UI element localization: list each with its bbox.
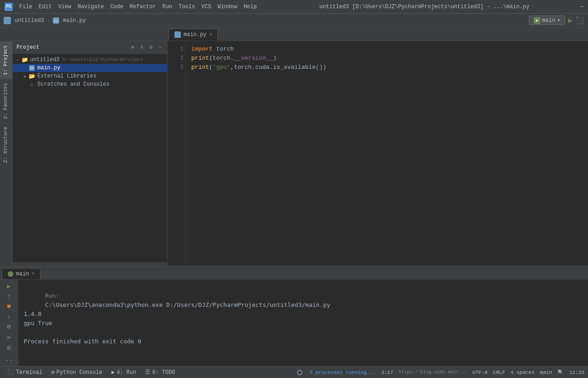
- tab-file-icon: [174, 31, 181, 38]
- scratches-icon: ⚠: [28, 82, 36, 87]
- run-tab[interactable]: main ×: [2, 268, 41, 279]
- breadcrumb-separator: ›: [47, 17, 50, 24]
- run-expand-button[interactable]: ..: [4, 354, 14, 364]
- encoding-status[interactable]: UTF-8: [472, 370, 487, 375]
- code-view: 1 2 3 import torch print(torch.__version…: [168, 41, 588, 266]
- code-content[interactable]: import torch print(torch.__version__) pr…: [186, 41, 588, 266]
- status-bar: ⬛ Terminal ⚙ Python Console ▶ 4: Run ☰ 6…: [0, 366, 588, 378]
- run-output-line-4: Process finished with exit code 0: [24, 338, 141, 345]
- status-right: 5 processes running... 3:17 https://blog…: [297, 369, 584, 375]
- title-bar: PC File Edit View Navigate Code Refactor…: [0, 0, 588, 14]
- line-col-status: 3:17: [381, 370, 393, 375]
- tree-label-main-py: main.py: [37, 65, 60, 71]
- file-nav-icon: py: [53, 17, 59, 24]
- editor-tab-main[interactable]: main.py ×: [169, 29, 218, 41]
- project-panel: Project ⊕ ≡ ⚙ — ▾ 📁 untitled3 D:\Users\D…: [13, 41, 168, 266]
- indent-status[interactable]: 4 spaces: [511, 370, 535, 375]
- run-layout-button[interactable]: ⊞: [4, 323, 14, 331]
- tree-item-root[interactable]: ▾ 📁 untitled3 D:\Users\DJZ\PycharmProjec…: [13, 56, 167, 64]
- menu-tools[interactable]: Tools: [176, 3, 198, 11]
- menu-bar: File Edit View Navigate Code Refactor Ru…: [16, 3, 260, 11]
- menu-code[interactable]: Code: [107, 3, 126, 11]
- debug-button[interactable]: ⬛: [575, 16, 584, 25]
- menu-vcs[interactable]: VCS: [199, 3, 214, 11]
- run-config-dropdown-icon: ▾: [557, 17, 560, 24]
- tree-label-scratches: Scratches and Consoles: [37, 81, 109, 88]
- project-panel-hscrollbar[interactable]: [13, 262, 167, 266]
- run-config-icon: ▶: [534, 17, 540, 24]
- run-settings-button[interactable]: ⚙: [4, 344, 14, 352]
- tree-arrow-empty: [22, 65, 28, 71]
- app-icon: PC: [5, 3, 13, 11]
- run-button[interactable]: ▶: [568, 16, 573, 25]
- terminal-label: Terminal: [16, 369, 42, 376]
- menu-window[interactable]: Window: [215, 3, 240, 11]
- line-sep-status[interactable]: CRLF: [493, 370, 505, 375]
- run-status-label: 4: Run: [117, 369, 136, 376]
- panel-icon-settings[interactable]: ⚙: [147, 44, 154, 51]
- tree-item-external-libs[interactable]: ▶ 📂 External Libraries: [13, 72, 167, 80]
- tree-item-main-py[interactable]: py main.py: [13, 64, 167, 72]
- sidebar-tab-project[interactable]: 1: Project: [0, 41, 12, 79]
- menu-navigate[interactable]: Navigate: [75, 3, 107, 11]
- processes-status[interactable]: 5 processes running...: [310, 370, 376, 375]
- run-output: Run: C:\Users\DJZ\anaconda3\python.exe D…: [18, 280, 588, 366]
- menu-file[interactable]: File: [16, 3, 35, 11]
- run-tab-icon: [8, 271, 13, 277]
- tree-arrow-root: ▾: [15, 57, 21, 63]
- main-content: 1: Project 2: Favorites Z: Structure Pro…: [0, 41, 588, 266]
- menu-edit[interactable]: Edit: [36, 3, 55, 11]
- folder-icon-root: 📁: [21, 57, 28, 62]
- run-output-line-2: gpu True: [24, 320, 52, 326]
- todo-tab[interactable]: ☰ 6: TODO: [142, 368, 179, 377]
- panel-icon-minimize[interactable]: —: [156, 44, 164, 51]
- menu-help[interactable]: Help: [241, 3, 260, 11]
- menu-refactor[interactable]: Refactor: [127, 3, 159, 11]
- run-tab-label: main: [16, 271, 29, 277]
- url-status: https://blog.osdn.net/...: [399, 370, 467, 375]
- menu-run[interactable]: Run: [159, 3, 175, 11]
- run-expand-icon[interactable]: ..: [4, 354, 14, 364]
- tab-label: main.py: [184, 31, 206, 38]
- line-num-2: 2: [169, 54, 184, 63]
- bottom-panel-tabs: main ×: [0, 267, 588, 280]
- spinner-icon: [297, 370, 302, 375]
- search-icon[interactable]: 🔍: [557, 369, 564, 375]
- project-breadcrumb[interactable]: untitled3: [15, 17, 44, 24]
- menu-view[interactable]: View: [56, 3, 74, 11]
- run-config-label: main: [542, 17, 555, 24]
- run-toolbar: ▶ ↑ ■ ↓ ⊞ ⇌ ⚙ ..: [0, 280, 18, 366]
- tab-close-button[interactable]: ×: [209, 32, 212, 37]
- tree-label-external-libs: External Libraries: [37, 73, 97, 79]
- minimize-button[interactable]: —: [580, 4, 583, 10]
- editor-area: 1 2 3 import torch print(torch.__version…: [168, 41, 588, 266]
- run-pin-button[interactable]: ⇌: [4, 333, 14, 341]
- sidebar-tab-structure[interactable]: Z: Structure: [0, 123, 12, 166]
- folder-icon-libs: 📂: [28, 73, 36, 79]
- panel-icon-buttons: ⊕ ≡ ⚙ —: [129, 44, 164, 51]
- run-config-button[interactable]: ▶ main ▾: [529, 16, 565, 25]
- run-scroll-down-button[interactable]: ↓: [4, 313, 14, 320]
- run-stop-button[interactable]: ■: [4, 303, 14, 310]
- panel-title: Project: [16, 44, 39, 51]
- git-status[interactable]: main: [540, 370, 552, 375]
- python-console-tab[interactable]: ⚙ Python Console: [48, 368, 106, 377]
- run-again-button[interactable]: ▶: [4, 282, 14, 290]
- run-status-icon: ▶: [112, 369, 115, 376]
- panel-icon-globe[interactable]: ⊕: [129, 44, 136, 51]
- tree-arrow-libs: ▶: [22, 73, 28, 79]
- run-status-tab[interactable]: ▶ 4: Run: [108, 368, 140, 377]
- line-num-3: 3: [169, 63, 184, 72]
- tree-path-root: D:\Users\DJZ\PycharmProject: [62, 57, 143, 62]
- nav-bar: untitled3 › py main.py ▶ main ▾ ▶ ⬛: [0, 14, 588, 27]
- run-scroll-up-button[interactable]: ↑: [4, 293, 14, 300]
- terminal-tab[interactable]: ⬛ Terminal: [4, 368, 46, 377]
- tree-label-root: untitled3: [30, 57, 60, 63]
- run-tab-close[interactable]: ×: [32, 271, 35, 276]
- tabs-bar: main.py ×: [0, 27, 588, 41]
- line-numbers: 1 2 3: [168, 41, 186, 266]
- tree-item-scratches[interactable]: ⚠ Scratches and Consoles: [13, 80, 167, 88]
- panel-icon-filter[interactable]: ≡: [138, 44, 145, 51]
- file-breadcrumb[interactable]: main.py: [63, 17, 86, 24]
- sidebar-tab-favorites[interactable]: 2: Favorites: [0, 79, 12, 123]
